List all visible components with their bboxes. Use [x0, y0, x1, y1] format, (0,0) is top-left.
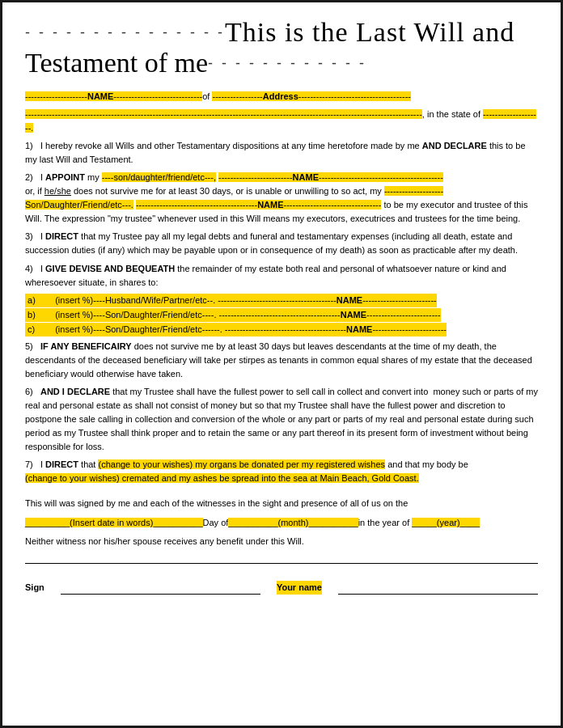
c2-name-dashes-left: -------------------------: [218, 172, 293, 182]
clause-5: 5) IF ANY BENEFICAIRY does not survive m…: [25, 340, 538, 381]
clause-4: 4) I GIVE DEVISE AND BEQUEATH the remain…: [25, 262, 538, 290]
clause-4a: a) (insert %)----Husband/Wife/Partner/et…: [25, 294, 538, 307]
c1-text: 1) I hereby revoke all Wills and other T…: [25, 141, 422, 150]
c4a-name-dashes2: -------------------------: [362, 294, 437, 307]
c4c-name-label: NAME: [346, 323, 372, 336]
page: - - - - - - - - - - - - - - - This is th…: [0, 0, 563, 728]
c4c-insert: (insert %)----Son/Daughter/Friend/etc---…: [48, 323, 222, 336]
c4b-name-dashes: ----------------------------------------…: [216, 308, 340, 322]
c2-name2-label: NAME: [257, 200, 283, 210]
c4a-name-dashes: ----------------------------------------: [215, 294, 337, 307]
name-dashes-right: ------------------------------: [113, 91, 202, 101]
neither-text-section: Neither witness nor his/her spouse recei…: [25, 535, 538, 548]
clause-7: 7) I DIRECT that (change to your wishes)…: [25, 458, 538, 485]
clause-6: 6) AND I DECLARE that my Trustee shall h…: [25, 385, 538, 454]
sign-line-1: [61, 580, 260, 595]
c1-bold: AND DECLARE: [422, 141, 487, 150]
c2-name-placeholder: ----son/daughter/friend/etc---,: [102, 172, 216, 182]
your-name-label: Your name: [277, 581, 322, 595]
clause-4b: b) (insert %)----Son/Daughter/Friend/etc…: [25, 308, 538, 322]
c4a-label: a): [25, 294, 48, 307]
c4b-label: b): [25, 308, 48, 322]
clause-1: 1) I hereby revoke all Wills and other T…: [25, 139, 538, 167]
witness-text: This will was signed by me and each of t…: [25, 498, 408, 508]
c7-highlight2: (change to your wishes) cremated and my …: [25, 473, 419, 483]
clause-2: 2) I APPOINT my ----son/daughter/friend/…: [25, 171, 538, 226]
title-line1: - - - - - - - - - - - - - - - This is th…: [25, 17, 538, 48]
date-row: _________(Insert date in words)_________…: [25, 515, 538, 531]
sig-row: Sign Your name: [25, 580, 538, 595]
address-cont: ----------------------------------------…: [25, 109, 422, 119]
c2-name-label: NAME: [293, 172, 319, 182]
c4c-name-dashes2: -------------------------: [372, 323, 447, 336]
name-dashes-left: ---------------------: [25, 91, 87, 101]
c4b-name-dashes2: -------------------------: [366, 308, 441, 322]
title-text-2: Testament of me: [25, 48, 208, 78]
header-state-line: ----------------------------------------…: [25, 108, 538, 135]
body: ---------------------NAME---------------…: [25, 90, 538, 595]
c2-name2-dashes-right: ---------------------------------: [284, 200, 382, 210]
of-label: of: [202, 91, 212, 101]
header-section: ---------------------NAME---------------…: [25, 90, 538, 104]
name-label: NAME: [87, 91, 113, 101]
c4a-name-label: NAME: [337, 294, 362, 307]
c2-name2-dashes-left: ----------------------------------------…: [136, 200, 257, 210]
clause-4c: c) (insert %)----Son/Daughter/Friend/etc…: [25, 323, 538, 336]
year-label: in the year of: [358, 518, 413, 527]
address-dashes-left: -----------------: [212, 91, 262, 101]
title-dashes-1: - - - - - - - - - - - - - - -: [25, 24, 225, 41]
address-label: Address: [263, 91, 298, 101]
c5-text: 5) IF ANY BENEFICAIRY does not survive m…: [25, 341, 532, 379]
c4-text: 4) I GIVE DEVISE AND BEQUEATH the remain…: [25, 264, 506, 287]
title-text-1: This is the Last Will and: [225, 17, 514, 48]
c3-text: 3) I DIRECT that my Trustee pay all my l…: [25, 231, 518, 255]
c4b-name-label: NAME: [341, 308, 366, 322]
sign-label: Sign: [25, 581, 44, 595]
c4a-insert: (insert %)----Husband/Wife/Partner/etc--…: [48, 294, 215, 307]
clause-3: 3) I DIRECT that my Trustee pay all my l…: [25, 230, 538, 257]
month-insert: __________(month)__________: [228, 518, 358, 527]
title-dashes-2: - - - - - - - - - - - -: [208, 55, 366, 72]
c4c-label: c): [25, 323, 48, 336]
address-dashes-right: --------------------------------------: [298, 91, 411, 101]
day-label: Day of: [203, 518, 229, 527]
sign-line-2: [338, 580, 538, 595]
c2-name-dashes-right: ----------------------------------------…: [319, 172, 443, 182]
c7-text: 7) I DIRECT that (change to your wishes)…: [25, 459, 468, 469]
c2-or-text: or, if he/she does not survive me for at…: [25, 186, 384, 196]
signature-section: Sign Your name: [25, 563, 538, 595]
witness-section: This will was signed by me and each of t…: [25, 497, 538, 510]
neither-text: Neither witness nor his/her spouse recei…: [25, 536, 304, 546]
date-insert: _________(Insert date in words)_________…: [25, 518, 203, 527]
title-line2: Testament of me - - - - - - - - - - - -: [25, 48, 538, 78]
year-insert: _____(year)____: [412, 518, 480, 527]
c4b-insert: (insert %)----Son/Daughter/Friend/etc---…: [48, 308, 216, 322]
c2-intro: 2) I APPOINT my: [25, 172, 102, 182]
c4c-name-dashes: ----------------------------------------…: [222, 323, 346, 336]
c6-text: 6) AND I DECLARE that my Trustee shall h…: [25, 387, 538, 451]
